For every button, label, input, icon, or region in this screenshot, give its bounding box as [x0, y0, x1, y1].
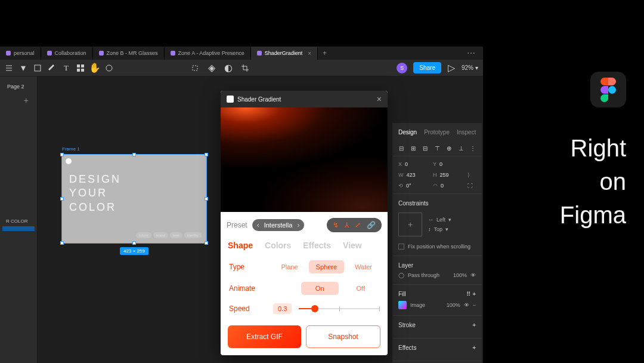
tab-zone-a[interactable]: Zone A - Adaptive Presence [165, 47, 251, 60]
add-page-button[interactable]: + [2, 92, 35, 109]
y-input[interactable]: 0 [439, 161, 442, 167]
frame-text-content: DESIGN YOUR COLOR [69, 173, 121, 214]
selected-frame[interactable]: Frame 1 DESIGN YOUR COLOR colors brand w… [61, 154, 207, 244]
layer-item[interactable]: R COLOR [2, 216, 35, 226]
constraint-widget[interactable] [398, 213, 422, 236]
resize-handle[interactable] [60, 241, 64, 245]
move-tool-icon[interactable]: ▾ [19, 64, 27, 72]
svg-rect-0 [35, 65, 41, 71]
add-fill-button[interactable]: + [472, 291, 476, 297]
align-right-icon[interactable]: ⊟ [422, 144, 428, 152]
mask-icon[interactable]: ◐ [224, 64, 233, 72]
add-tab-button[interactable]: + [318, 49, 332, 57]
plugin-tab-view[interactable]: View [343, 241, 362, 250]
resize-handle[interactable] [60, 153, 64, 156]
svg-rect-4 [81, 69, 84, 72]
resize-handle[interactable] [132, 153, 136, 156]
tab-collaboration[interactable]: Collaboration [41, 47, 93, 60]
animate-on-button[interactable]: On [301, 282, 339, 295]
add-stroke-button[interactable]: + [472, 322, 476, 328]
w-input[interactable]: 423 [407, 172, 416, 178]
page-selector[interactable]: Page 2 [2, 81, 35, 92]
crop-icon[interactable] [241, 64, 249, 72]
speed-value[interactable]: 0.3 [273, 303, 292, 314]
type-plane-button[interactable]: Plane [274, 260, 305, 273]
constraint-h-select[interactable]: ↔Left ▾ [428, 217, 451, 223]
constraint-v-select[interactable]: ↕Top ▾ [428, 226, 451, 232]
tool-icon[interactable]: ⤢ [355, 221, 361, 229]
plugin-icon [227, 96, 234, 103]
frame-tool-icon[interactable] [33, 64, 42, 72]
add-effect-button[interactable]: + [472, 344, 476, 351]
layer-opacity-input[interactable]: 100% [453, 272, 467, 278]
close-icon[interactable]: × [308, 50, 311, 57]
tab-inspect[interactable]: Inspect [457, 129, 476, 136]
tab-zone-b[interactable]: Zone B - MR Glasses [93, 47, 165, 60]
gradient-preview [221, 107, 388, 212]
zoom-dropdown[interactable]: 92% ▾ [462, 64, 478, 71]
remove-fill-button[interactable]: − [473, 302, 476, 308]
rotation-input[interactable]: 0° [406, 183, 411, 189]
tab-shadergradient[interactable]: ShaderGradient× [251, 47, 318, 60]
visibility-icon[interactable]: 👁 [470, 272, 476, 278]
radius-input[interactable]: 0 [441, 183, 444, 189]
tab-design[interactable]: Design [398, 129, 417, 136]
resize-handle[interactable] [205, 241, 208, 245]
svg-point-5 [106, 65, 112, 71]
present-icon[interactable]: ▷ [447, 64, 456, 72]
pen-tool-icon[interactable] [48, 64, 56, 72]
distribute-icon[interactable]: ⋮ [470, 144, 476, 152]
svg-rect-2 [81, 64, 84, 67]
tab-prototype[interactable]: Prototype [424, 129, 450, 136]
hand-tool-icon[interactable]: ✋ [91, 64, 99, 72]
comment-tool-icon[interactable] [105, 64, 113, 72]
align-center-h-icon[interactable]: ⊞ [410, 144, 416, 152]
user-avatar[interactable]: S [397, 63, 407, 73]
menu-icon[interactable] [5, 64, 13, 72]
expand-radius-icon[interactable]: ⛶ [467, 183, 476, 189]
fix-scroll-checkbox[interactable] [398, 244, 404, 250]
blend-mode-select[interactable]: Pass through [408, 272, 439, 278]
edit-object-icon[interactable] [191, 64, 199, 72]
resize-handle[interactable] [205, 197, 208, 201]
snapshot-button[interactable]: Snapshot [306, 325, 380, 348]
plugin-tab-colors[interactable]: Colors [265, 241, 291, 250]
fill-style-icon[interactable]: ⠿ [466, 291, 470, 297]
animate-off-button[interactable]: Off [342, 282, 379, 295]
text-tool-icon[interactable]: T [62, 64, 70, 72]
resize-handle[interactable] [60, 197, 64, 201]
layer-item[interactable] [2, 226, 35, 231]
fill-swatch[interactable] [398, 301, 407, 309]
plugin-tab-shape[interactable]: Shape [228, 241, 253, 250]
fill-visibility-icon[interactable]: 👁 [464, 302, 469, 308]
preset-next-button[interactable]: › [297, 221, 299, 229]
type-water-button[interactable]: Water [348, 260, 379, 273]
type-sphere-button[interactable]: Sphere [309, 260, 344, 273]
align-left-icon[interactable]: ⊟ [398, 144, 404, 152]
x-input[interactable]: 0 [405, 161, 408, 167]
plugin-tab-effects[interactable]: Effects [303, 241, 331, 250]
tab-personal[interactable]: personal [0, 47, 41, 60]
align-center-v-icon[interactable]: ⊕ [446, 144, 452, 152]
align-top-icon[interactable]: ⊤ [434, 144, 440, 152]
plugin-close-button[interactable]: × [377, 94, 382, 104]
preset-prev-button[interactable]: ‹ [257, 221, 259, 229]
svg-rect-6 [193, 66, 197, 70]
frame-label[interactable]: Frame 1 [62, 146, 80, 152]
resize-handle[interactable] [132, 241, 136, 245]
tool-icon[interactable]: ⅄ [345, 221, 349, 229]
resources-icon[interactable] [76, 64, 85, 72]
resize-handle[interactable] [205, 153, 208, 156]
svg-rect-3 [77, 69, 80, 72]
lock-aspect-icon[interactable]: ⟩ [467, 172, 476, 178]
align-bottom-icon[interactable]: ⊥ [458, 144, 464, 152]
component-icon[interactable]: ◈ [208, 64, 216, 72]
extract-gif-button[interactable]: Extract GIF [228, 325, 301, 348]
tool-icon[interactable]: ↯ [333, 221, 339, 229]
h-input[interactable]: 259 [440, 172, 449, 178]
share-button[interactable]: Share [413, 62, 441, 73]
tool-icon[interactable]: 🔗 [367, 221, 376, 229]
fill-opacity-input[interactable]: 100% [447, 302, 460, 308]
speed-slider[interactable] [299, 308, 379, 309]
tabs-overflow-icon[interactable]: ⋯ [460, 48, 483, 58]
